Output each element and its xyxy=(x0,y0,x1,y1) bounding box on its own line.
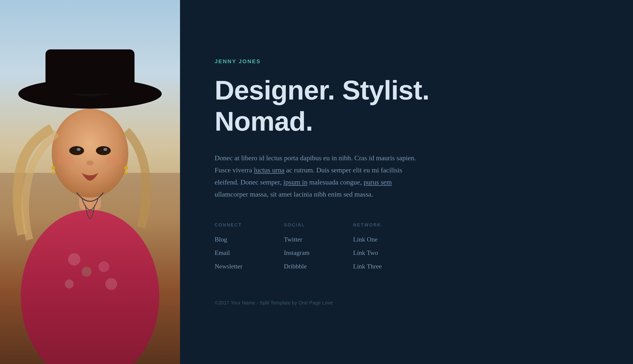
headline-line1: Designer. Stylist. xyxy=(215,75,429,105)
svg-point-4 xyxy=(82,267,92,276)
svg-point-5 xyxy=(98,261,109,272)
network-link-three[interactable]: Link Three xyxy=(353,262,422,271)
svg-point-7 xyxy=(105,278,117,290)
network-link-one[interactable]: Link One xyxy=(353,235,422,244)
svg-point-21 xyxy=(52,172,55,174)
connect-column: CONNECT Blog Email Newsletter xyxy=(215,222,284,275)
content-panel: JENNY JONES Designer. Stylist. Nomad. Do… xyxy=(180,0,633,364)
connect-header: CONNECT xyxy=(215,222,284,228)
description-link-1[interactable]: luctus urna xyxy=(254,166,285,174)
description-text: Donec at libero id lectus porta dapibus … xyxy=(215,152,417,200)
headline: Designer. Stylist. Nomad. xyxy=(215,74,598,137)
svg-point-23 xyxy=(125,172,128,174)
network-header: NETWORK xyxy=(353,222,422,228)
name-label: JENNY JONES xyxy=(215,58,598,65)
social-column: SOCIAL Twitter Instagram Dribbble xyxy=(284,222,353,275)
headline-line2: Nomad. xyxy=(215,106,313,136)
description-link-3[interactable]: purus sem xyxy=(363,178,392,186)
svg-point-3 xyxy=(68,253,80,266)
footer-text: ©2017 Your Name - Split Template by One … xyxy=(215,300,598,306)
svg-point-9 xyxy=(52,109,128,198)
svg-point-20 xyxy=(51,166,55,170)
social-dribbble-link[interactable]: Dribbble xyxy=(284,262,353,271)
svg-rect-12 xyxy=(46,50,134,94)
description-link-2[interactable]: ipsum in xyxy=(283,178,307,186)
network-link-two[interactable]: Link Two xyxy=(353,248,422,257)
svg-point-16 xyxy=(103,148,107,151)
photo-panel xyxy=(0,0,180,364)
svg-point-14 xyxy=(96,146,111,155)
social-twitter-link[interactable]: Twitter xyxy=(284,235,353,244)
svg-point-13 xyxy=(69,146,84,155)
connect-newsletter-link[interactable]: Newsletter xyxy=(215,262,284,271)
network-column: NETWORK Link One Link Two Link Three xyxy=(353,222,422,275)
portrait-image xyxy=(0,0,180,364)
svg-point-15 xyxy=(77,148,81,151)
connect-email-link[interactable]: Email xyxy=(215,248,284,257)
social-instagram-link[interactable]: Instagram xyxy=(284,248,353,257)
svg-point-19 xyxy=(106,156,123,166)
svg-point-6 xyxy=(65,280,74,288)
links-section: CONNECT Blog Email Newsletter SOCIAL Twi… xyxy=(215,222,598,275)
connect-blog-link[interactable]: Blog xyxy=(215,235,284,244)
social-header: SOCIAL xyxy=(284,222,353,228)
svg-point-17 xyxy=(86,160,94,166)
svg-point-18 xyxy=(57,156,74,166)
svg-point-22 xyxy=(124,166,128,170)
